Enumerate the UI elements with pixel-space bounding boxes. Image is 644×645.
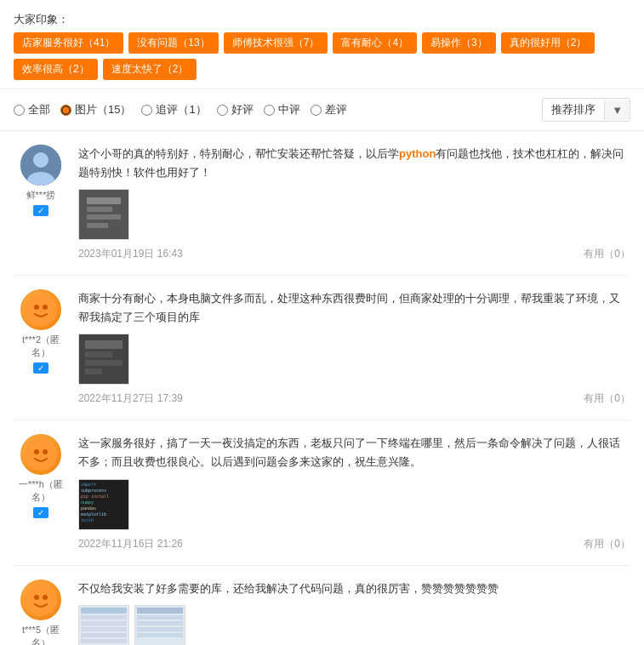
impression-tag[interactable]: 真的很好用（2） <box>501 32 596 54</box>
highlight-text: python <box>399 147 436 160</box>
filter-radio-good[interactable] <box>217 105 228 116</box>
svg-point-8 <box>25 294 57 326</box>
review-image-thumb[interactable] <box>78 334 129 385</box>
filter-option-bad[interactable]: 差评 <box>311 102 347 117</box>
review-item: 一***h（匿名）✓这一家服务很好，搞了一天一夜没搞定的东西，老板只问了一下终端… <box>14 420 630 565</box>
filter-option-chasing[interactable]: 追评（1） <box>141 102 206 117</box>
reviewer-info: 鲜***捞✓ <box>14 145 68 261</box>
review-content: 不仅给我安装了好多需要的库，还给我解决了代码问题，真的很厉害，赞赞赞赞赞赞赞 2… <box>78 579 630 645</box>
helpful-button[interactable]: 有用（0） <box>584 247 630 261</box>
filter-radio-all[interactable] <box>14 105 25 116</box>
review-item: t***5（匿名）✓不仅给我安装了好多需要的库，还给我解决了代码问题，真的很厉害… <box>14 566 630 645</box>
verified-badge: ✓ <box>33 362 48 374</box>
review-datetime: 2023年01月19日 16:43 <box>78 247 183 261</box>
svg-rect-4 <box>87 197 121 204</box>
svg-point-9 <box>34 305 39 310</box>
sort-arrow-icon[interactable]: ▼ <box>604 100 630 120</box>
filter-radio-chasing[interactable] <box>141 105 152 116</box>
verified-badge: ✓ <box>33 507 48 518</box>
svg-point-10 <box>43 305 48 310</box>
impression-tag[interactable]: 易操作（3） <box>422 32 496 54</box>
svg-rect-12 <box>85 340 123 349</box>
review-datetime: 2022年11月27日 17:39 <box>78 391 183 406</box>
svg-point-1 <box>33 152 48 168</box>
review-content: 这一家服务很好，搞了一天一夜没搞定的东西，老板只问了一下终端在哪里，然后一条命令… <box>78 434 630 551</box>
filter-radio-pic[interactable] <box>60 105 71 116</box>
svg-point-19 <box>25 584 57 616</box>
svg-point-16 <box>25 438 57 471</box>
filter-bar: 全部图片（15）追评（1）好评中评差评 推荐排序 ▼ <box>0 89 644 131</box>
review-images <box>78 334 630 385</box>
svg-rect-5 <box>87 207 112 212</box>
reviewer-info: t***5（匿名）✓ <box>14 579 68 645</box>
review-content: 商家十分有耐心，本身电脑文件多而乱，处理这种东西很费时间，但商家处理的十分调理，… <box>78 289 630 406</box>
svg-rect-7 <box>87 223 108 228</box>
svg-rect-6 <box>87 214 121 220</box>
review-image-thumb[interactable] <box>78 189 129 240</box>
review-images <box>78 605 630 645</box>
helpful-button[interactable]: 有用（0） <box>584 391 630 406</box>
filter-option-mid[interactable]: 中评 <box>264 102 300 117</box>
impressions-section: 大家印象： 店家服务很好（41）没有问题（13）师傅技术很强（7）富有耐心（4）… <box>0 0 644 89</box>
review-images <box>78 189 630 240</box>
review-image-thumb[interactable] <box>78 605 129 645</box>
filter-option-pic[interactable]: 图片（15） <box>60 102 131 117</box>
filter-option-all[interactable]: 全部 <box>14 102 50 117</box>
review-text: 商家十分有耐心，本身电脑文件多而乱，处理这种东西很费时间，但商家处理的十分调理，… <box>78 289 630 327</box>
verified-badge: ✓ <box>33 205 48 216</box>
impression-tag[interactable]: 富有耐心（4） <box>333 32 417 54</box>
svg-point-20 <box>34 595 39 600</box>
reviewer-name: 一***h（匿名） <box>14 478 68 504</box>
filter-radio-mid[interactable] <box>264 105 275 116</box>
review-content: 这个小哥的真的特别好，特别耐心，帮忙安装还帮忙答疑，以后学python有问题也找… <box>78 145 630 261</box>
reviewer-name: t***2（匿名） <box>14 334 68 359</box>
impressions-label: 大家印象： <box>14 12 69 27</box>
filter-option-good[interactable]: 好评 <box>217 102 254 117</box>
review-image-thumb[interactable]: import subprocess pip install numpy pand… <box>78 479 129 530</box>
reviewer-info: t***2（匿名）✓ <box>14 289 68 406</box>
reviewer-name: t***5（匿名） <box>14 624 68 645</box>
impression-tag[interactable]: 师傅技术很强（7） <box>224 32 328 54</box>
svg-rect-15 <box>85 368 102 374</box>
svg-point-21 <box>43 595 48 600</box>
review-datetime: 2022年11月16日 21:26 <box>78 537 183 551</box>
sort-label: 推荐排序 <box>543 99 604 121</box>
svg-rect-13 <box>85 351 112 357</box>
review-meta: 2022年11月27日 17:39有用（0） <box>78 391 630 406</box>
avatar <box>20 579 61 620</box>
review-image-thumb[interactable] <box>134 605 185 645</box>
reviewer-name: 鲜***捞 <box>26 189 56 202</box>
review-text: 不仅给我安装了好多需要的库，还给我解决了代码问题，真的很厉害，赞赞赞赞赞赞赞 <box>78 579 630 598</box>
impression-tag[interactable]: 没有问题（13） <box>128 32 218 54</box>
svg-point-18 <box>43 449 48 454</box>
review-images: import subprocess pip install numpy pand… <box>78 479 630 530</box>
helpful-button[interactable]: 有用（0） <box>584 537 630 551</box>
avatar <box>20 289 61 330</box>
review-item: 鲜***捞✓这个小哥的真的特别好，特别耐心，帮忙安装还帮忙答疑，以后学pytho… <box>14 131 630 276</box>
tags-container: 店家服务很好（41）没有问题（13）师傅技术很强（7）富有耐心（4）易操作（3）… <box>14 32 630 80</box>
review-list: 鲜***捞✓这个小哥的真的特别好，特别耐心，帮忙安装还帮忙答疑，以后学pytho… <box>0 131 644 645</box>
filter-options: 全部图片（15）追评（1）好评中评差评 <box>14 102 542 117</box>
reviewer-info: 一***h（匿名）✓ <box>14 434 68 551</box>
review-text: 这一家服务很好，搞了一天一夜没搞定的东西，老板只问了一下终端在哪里，然后一条命令… <box>78 434 630 471</box>
avatar <box>20 145 61 186</box>
review-meta: 2023年01月19日 16:43有用（0） <box>78 247 630 261</box>
svg-point-17 <box>34 449 39 454</box>
filter-radio-bad[interactable] <box>311 105 322 116</box>
review-item: t***2（匿名）✓商家十分有耐心，本身电脑文件多而乱，处理这种东西很费时间，但… <box>14 276 630 420</box>
review-text: 这个小哥的真的特别好，特别耐心，帮忙安装还帮忙答疑，以后学python有问题也找… <box>78 145 630 182</box>
avatar <box>20 434 61 475</box>
svg-rect-14 <box>85 360 123 366</box>
impression-tag[interactable]: 店家服务很好（41） <box>14 32 123 54</box>
impression-tag[interactable]: 效率很高（2） <box>14 59 98 80</box>
review-meta: 2022年11月16日 21:26有用（0） <box>78 537 630 551</box>
impression-tag[interactable]: 速度太快了（2） <box>103 59 197 80</box>
sort-dropdown[interactable]: 推荐排序 ▼ <box>542 98 630 122</box>
